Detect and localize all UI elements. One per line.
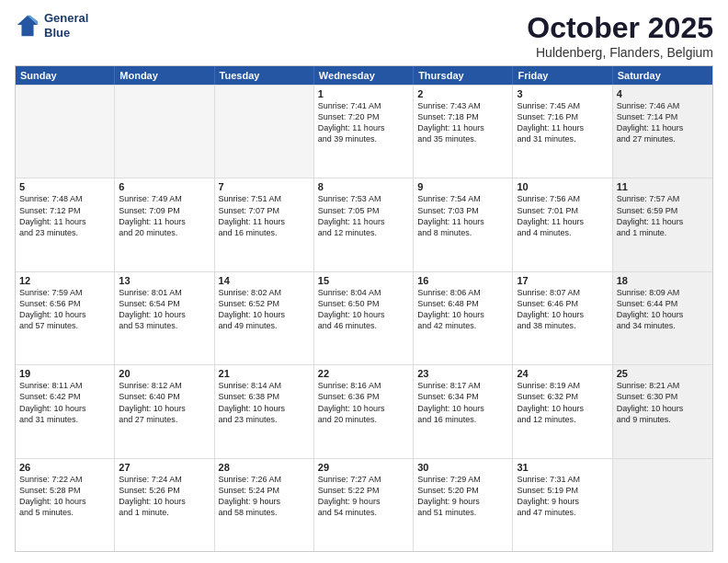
cell-text: Sunrise: 7:22 AM Sunset: 5:28 PM Dayligh… <box>19 474 110 519</box>
calendar-row: 26Sunrise: 7:22 AM Sunset: 5:28 PM Dayli… <box>16 458 712 551</box>
header-day: Monday <box>115 66 214 85</box>
cell-text: Sunrise: 7:24 AM Sunset: 5:26 PM Dayligh… <box>119 474 210 519</box>
cell-text: Sunrise: 8:04 AM Sunset: 6:50 PM Dayligh… <box>318 287 409 332</box>
calendar-cell: 2Sunrise: 7:43 AM Sunset: 7:18 PM Daylig… <box>414 86 513 178</box>
calendar-cell: 5Sunrise: 7:48 AM Sunset: 7:12 PM Daylig… <box>16 178 115 270</box>
day-number: 11 <box>617 181 709 192</box>
header-day: Thursday <box>414 66 513 85</box>
cell-text: Sunrise: 7:26 AM Sunset: 5:24 PM Dayligh… <box>219 474 310 519</box>
cell-text: Sunrise: 8:07 AM Sunset: 6:46 PM Dayligh… <box>517 287 608 332</box>
cell-text: Sunrise: 7:51 AM Sunset: 7:07 PM Dayligh… <box>219 193 310 238</box>
day-number: 14 <box>219 275 310 286</box>
calendar-cell: 6Sunrise: 7:49 AM Sunset: 7:09 PM Daylig… <box>115 178 214 270</box>
cell-text: Sunrise: 7:49 AM Sunset: 7:09 PM Dayligh… <box>119 193 210 238</box>
day-number: 12 <box>19 275 110 286</box>
cell-text: Sunrise: 8:12 AM Sunset: 6:40 PM Dayligh… <box>119 380 210 425</box>
month-title: October 2025 <box>527 11 713 45</box>
cell-text: Sunrise: 8:19 AM Sunset: 6:32 PM Dayligh… <box>517 380 608 425</box>
calendar-cell: 30Sunrise: 7:29 AM Sunset: 5:20 PM Dayli… <box>414 459 513 551</box>
day-number: 27 <box>119 462 210 473</box>
calendar-cell: 20Sunrise: 8:12 AM Sunset: 6:40 PM Dayli… <box>115 365 214 457</box>
calendar-cell: 11Sunrise: 7:57 AM Sunset: 6:59 PM Dayli… <box>613 178 712 270</box>
calendar-cell: 25Sunrise: 8:21 AM Sunset: 6:30 PM Dayli… <box>613 365 712 457</box>
calendar-row: 19Sunrise: 8:11 AM Sunset: 6:42 PM Dayli… <box>16 364 712 457</box>
calendar-cell: 22Sunrise: 8:16 AM Sunset: 6:36 PM Dayli… <box>314 365 414 457</box>
day-number: 10 <box>517 181 608 192</box>
calendar-cell: 8Sunrise: 7:53 AM Sunset: 7:05 PM Daylig… <box>314 178 414 270</box>
cell-text: Sunrise: 8:21 AM Sunset: 6:30 PM Dayligh… <box>617 380 709 425</box>
cell-text: Sunrise: 7:46 AM Sunset: 7:14 PM Dayligh… <box>617 100 709 145</box>
logo: General Blue <box>15 11 88 40</box>
calendar: SundayMondayTuesdayWednesdayThursdayFrid… <box>15 65 713 552</box>
title-block: October 2025 Huldenberg, Flanders, Belgi… <box>527 11 713 60</box>
day-number: 30 <box>417 462 508 473</box>
calendar-cell: 29Sunrise: 7:27 AM Sunset: 5:22 PM Dayli… <box>314 459 414 551</box>
calendar-cell <box>613 459 712 551</box>
calendar-cell <box>115 86 214 178</box>
day-number: 7 <box>219 181 310 192</box>
calendar-cell: 21Sunrise: 8:14 AM Sunset: 6:38 PM Dayli… <box>215 365 314 457</box>
cell-text: Sunrise: 7:41 AM Sunset: 7:20 PM Dayligh… <box>318 100 409 145</box>
calendar-cell: 31Sunrise: 7:31 AM Sunset: 5:19 PM Dayli… <box>513 459 612 551</box>
cell-text: Sunrise: 7:31 AM Sunset: 5:19 PM Dayligh… <box>517 474 608 519</box>
calendar-cell <box>215 86 314 178</box>
cell-text: Sunrise: 7:29 AM Sunset: 5:20 PM Dayligh… <box>417 474 508 519</box>
cell-text: Sunrise: 7:53 AM Sunset: 7:05 PM Dayligh… <box>318 193 409 238</box>
header: General Blue October 2025 Huldenberg, Fl… <box>15 11 713 60</box>
day-number: 25 <box>617 368 709 379</box>
header-day: Saturday <box>613 66 712 85</box>
calendar-cell: 28Sunrise: 7:26 AM Sunset: 5:24 PM Dayli… <box>215 459 314 551</box>
cell-text: Sunrise: 8:17 AM Sunset: 6:34 PM Dayligh… <box>417 380 508 425</box>
calendar-cell: 1Sunrise: 7:41 AM Sunset: 7:20 PM Daylig… <box>314 86 414 178</box>
calendar-cell: 14Sunrise: 8:02 AM Sunset: 6:52 PM Dayli… <box>215 272 314 364</box>
logo-text: General Blue <box>44 11 88 40</box>
day-number: 8 <box>318 181 409 192</box>
calendar-cell: 23Sunrise: 8:17 AM Sunset: 6:34 PM Dayli… <box>414 365 513 457</box>
cell-text: Sunrise: 8:14 AM Sunset: 6:38 PM Dayligh… <box>219 380 310 425</box>
header-day: Friday <box>513 66 612 85</box>
cell-text: Sunrise: 8:06 AM Sunset: 6:48 PM Dayligh… <box>417 287 508 332</box>
day-number: 28 <box>219 462 310 473</box>
cell-text: Sunrise: 7:54 AM Sunset: 7:03 PM Dayligh… <box>417 193 508 238</box>
day-number: 31 <box>517 462 608 473</box>
day-number: 29 <box>318 462 409 473</box>
calendar-cell: 27Sunrise: 7:24 AM Sunset: 5:26 PM Dayli… <box>115 459 214 551</box>
calendar-row: 5Sunrise: 7:48 AM Sunset: 7:12 PM Daylig… <box>16 178 712 270</box>
calendar-cell: 12Sunrise: 7:59 AM Sunset: 6:56 PM Dayli… <box>16 272 115 364</box>
cell-text: Sunrise: 8:11 AM Sunset: 6:42 PM Dayligh… <box>19 380 110 425</box>
header-day: Tuesday <box>215 66 314 85</box>
day-number: 3 <box>517 88 608 99</box>
day-number: 16 <box>417 275 508 286</box>
calendar-cell: 26Sunrise: 7:22 AM Sunset: 5:28 PM Dayli… <box>16 459 115 551</box>
day-number: 6 <box>119 181 210 192</box>
calendar-header: SundayMondayTuesdayWednesdayThursdayFrid… <box>16 66 712 85</box>
calendar-cell: 16Sunrise: 8:06 AM Sunset: 6:48 PM Dayli… <box>414 272 513 364</box>
header-day: Wednesday <box>314 66 414 85</box>
calendar-cell <box>16 86 115 178</box>
day-number: 19 <box>19 368 110 379</box>
day-number: 18 <box>617 275 709 286</box>
calendar-cell: 15Sunrise: 8:04 AM Sunset: 6:50 PM Dayli… <box>314 272 414 364</box>
day-number: 22 <box>318 368 409 379</box>
calendar-cell: 10Sunrise: 7:56 AM Sunset: 7:01 PM Dayli… <box>513 178 612 270</box>
day-number: 20 <box>119 368 210 379</box>
calendar-body: 1Sunrise: 7:41 AM Sunset: 7:20 PM Daylig… <box>16 85 712 551</box>
day-number: 26 <box>19 462 110 473</box>
cell-text: Sunrise: 7:57 AM Sunset: 6:59 PM Dayligh… <box>617 193 709 238</box>
cell-text: Sunrise: 8:02 AM Sunset: 6:52 PM Dayligh… <box>219 287 310 332</box>
cell-text: Sunrise: 7:27 AM Sunset: 5:22 PM Dayligh… <box>318 474 409 519</box>
cell-text: Sunrise: 7:56 AM Sunset: 7:01 PM Dayligh… <box>517 193 608 238</box>
day-number: 2 <box>417 88 508 99</box>
calendar-cell: 18Sunrise: 8:09 AM Sunset: 6:44 PM Dayli… <box>613 272 712 364</box>
calendar-cell: 4Sunrise: 7:46 AM Sunset: 7:14 PM Daylig… <box>613 86 712 178</box>
day-number: 9 <box>417 181 508 192</box>
calendar-cell: 3Sunrise: 7:45 AM Sunset: 7:16 PM Daylig… <box>513 86 612 178</box>
day-number: 17 <box>517 275 608 286</box>
location: Huldenberg, Flanders, Belgium <box>527 45 713 60</box>
cell-text: Sunrise: 8:16 AM Sunset: 6:36 PM Dayligh… <box>318 380 409 425</box>
calendar-cell: 24Sunrise: 8:19 AM Sunset: 6:32 PM Dayli… <box>513 365 612 457</box>
calendar-cell: 19Sunrise: 8:11 AM Sunset: 6:42 PM Dayli… <box>16 365 115 457</box>
calendar-cell: 7Sunrise: 7:51 AM Sunset: 7:07 PM Daylig… <box>215 178 314 270</box>
svg-marker-0 <box>17 15 38 35</box>
day-number: 4 <box>617 88 709 99</box>
